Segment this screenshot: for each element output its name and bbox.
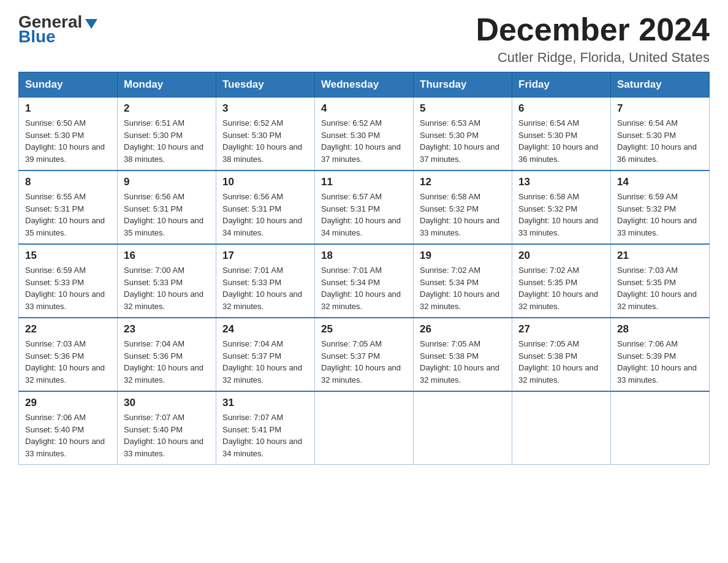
day-number: 13 — [518, 176, 604, 188]
day-number: 31 — [222, 397, 308, 409]
calendar-cell: 23Sunrise: 7:04 AMSunset: 5:36 PMDayligh… — [118, 318, 216, 391]
calendar-cell: 24Sunrise: 7:04 AMSunset: 5:37 PMDayligh… — [216, 318, 315, 391]
day-number: 19 — [420, 250, 506, 262]
day-info: Sunrise: 6:54 AMSunset: 5:30 PMDaylight:… — [617, 117, 703, 165]
day-info: Sunrise: 7:06 AMSunset: 5:39 PMDaylight:… — [617, 338, 703, 386]
day-info: Sunrise: 6:58 AMSunset: 5:32 PMDaylight:… — [518, 191, 604, 239]
header-wednesday: Wednesday — [315, 72, 414, 98]
header-monday: Monday — [118, 72, 216, 98]
day-number: 7 — [617, 102, 703, 115]
day-number: 11 — [321, 176, 407, 188]
calendar-cell — [611, 391, 710, 465]
day-number: 14 — [617, 176, 703, 188]
day-info: Sunrise: 7:06 AMSunset: 5:40 PMDaylight:… — [25, 412, 111, 459]
day-info: Sunrise: 7:04 AMSunset: 5:36 PMDaylight:… — [124, 338, 210, 386]
day-info: Sunrise: 7:02 AMSunset: 5:35 PMDaylight:… — [518, 264, 604, 312]
day-info: Sunrise: 7:03 AMSunset: 5:35 PMDaylight:… — [617, 264, 703, 312]
calendar-week-row: 1Sunrise: 6:50 AMSunset: 5:30 PMDaylight… — [19, 98, 710, 171]
calendar-table: SundayMondayTuesdayWednesdayThursdayFrid… — [18, 72, 710, 465]
day-info: Sunrise: 6:54 AMSunset: 5:30 PMDaylight:… — [518, 117, 604, 165]
calendar-cell: 29Sunrise: 7:06 AMSunset: 5:40 PMDayligh… — [19, 391, 118, 465]
calendar-cell: 8Sunrise: 6:55 AMSunset: 5:31 PMDaylight… — [19, 170, 118, 244]
calendar-week-row: 22Sunrise: 7:03 AMSunset: 5:36 PMDayligh… — [19, 318, 710, 391]
day-number: 16 — [124, 250, 210, 262]
calendar-cell — [414, 391, 512, 465]
day-info: Sunrise: 7:07 AMSunset: 5:41 PMDaylight:… — [222, 412, 308, 459]
day-info: Sunrise: 6:57 AMSunset: 5:31 PMDaylight:… — [321, 191, 407, 239]
header-friday: Friday — [512, 72, 611, 98]
calendar-cell — [315, 391, 414, 465]
day-number: 18 — [321, 250, 407, 262]
day-number: 4 — [321, 102, 407, 115]
day-info: Sunrise: 7:05 AMSunset: 5:38 PMDaylight:… — [518, 338, 604, 386]
calendar-cell: 4Sunrise: 6:52 AMSunset: 5:30 PMDaylight… — [315, 98, 414, 171]
calendar-cell: 12Sunrise: 6:58 AMSunset: 5:32 PMDayligh… — [414, 170, 512, 244]
day-info: Sunrise: 7:05 AMSunset: 5:37 PMDaylight:… — [321, 338, 407, 386]
day-number: 10 — [222, 176, 308, 188]
logo: General Blue — [18, 12, 97, 47]
day-info: Sunrise: 7:02 AMSunset: 5:34 PMDaylight:… — [420, 264, 506, 312]
calendar-cell: 27Sunrise: 7:05 AMSunset: 5:38 PMDayligh… — [512, 318, 611, 391]
day-number: 8 — [25, 176, 111, 188]
day-info: Sunrise: 7:05 AMSunset: 5:38 PMDaylight:… — [420, 338, 506, 386]
header-sunday: Sunday — [19, 72, 118, 98]
day-number: 21 — [617, 250, 703, 262]
day-info: Sunrise: 7:01 AMSunset: 5:34 PMDaylight:… — [321, 264, 407, 312]
calendar-cell: 31Sunrise: 7:07 AMSunset: 5:41 PMDayligh… — [216, 391, 315, 465]
day-number: 22 — [25, 323, 111, 335]
calendar-cell: 17Sunrise: 7:01 AMSunset: 5:33 PMDayligh… — [216, 244, 315, 318]
calendar-cell: 9Sunrise: 6:56 AMSunset: 5:31 PMDaylight… — [118, 170, 216, 244]
calendar-cell — [512, 391, 611, 465]
day-info: Sunrise: 6:59 AMSunset: 5:33 PMDaylight:… — [25, 264, 111, 312]
day-number: 26 — [420, 323, 506, 335]
location-title: Cutler Ridge, Florida, United States — [476, 50, 710, 66]
day-info: Sunrise: 6:58 AMSunset: 5:32 PMDaylight:… — [420, 191, 506, 239]
calendar-cell: 22Sunrise: 7:03 AMSunset: 5:36 PMDayligh… — [19, 318, 118, 391]
calendar-cell: 21Sunrise: 7:03 AMSunset: 5:35 PMDayligh… — [611, 244, 710, 318]
calendar-cell: 7Sunrise: 6:54 AMSunset: 5:30 PMDaylight… — [611, 98, 710, 171]
day-number: 15 — [25, 250, 111, 262]
calendar-cell: 28Sunrise: 7:06 AMSunset: 5:39 PMDayligh… — [611, 318, 710, 391]
day-number: 29 — [25, 397, 111, 409]
day-number: 1 — [25, 102, 111, 115]
calendar-cell: 13Sunrise: 6:58 AMSunset: 5:32 PMDayligh… — [512, 170, 611, 244]
calendar-cell: 18Sunrise: 7:01 AMSunset: 5:34 PMDayligh… — [315, 244, 414, 318]
calendar-cell: 26Sunrise: 7:05 AMSunset: 5:38 PMDayligh… — [414, 318, 512, 391]
header-row: SundayMondayTuesdayWednesdayThursdayFrid… — [19, 72, 710, 98]
day-number: 20 — [518, 250, 604, 262]
page-header: General Blue December 2024 Cutler Ridge,… — [18, 12, 710, 66]
calendar-cell: 2Sunrise: 6:51 AMSunset: 5:30 PMDaylight… — [118, 98, 216, 171]
calendar-cell: 19Sunrise: 7:02 AMSunset: 5:34 PMDayligh… — [414, 244, 512, 318]
calendar-cell: 10Sunrise: 6:56 AMSunset: 5:31 PMDayligh… — [216, 170, 315, 244]
calendar-cell: 11Sunrise: 6:57 AMSunset: 5:31 PMDayligh… — [315, 170, 414, 244]
calendar-week-row: 15Sunrise: 6:59 AMSunset: 5:33 PMDayligh… — [19, 244, 710, 318]
day-info: Sunrise: 7:04 AMSunset: 5:37 PMDaylight:… — [222, 338, 308, 386]
calendar-cell: 20Sunrise: 7:02 AMSunset: 5:35 PMDayligh… — [512, 244, 611, 318]
day-number: 2 — [124, 102, 210, 115]
month-title: December 2024 — [476, 12, 710, 47]
day-number: 27 — [518, 323, 604, 335]
calendar-cell: 6Sunrise: 6:54 AMSunset: 5:30 PMDaylight… — [512, 98, 611, 171]
day-info: Sunrise: 6:50 AMSunset: 5:30 PMDaylight:… — [25, 117, 111, 165]
logo-blue-text: Blue — [18, 27, 56, 47]
calendar-cell: 5Sunrise: 6:53 AMSunset: 5:30 PMDaylight… — [414, 98, 512, 171]
calendar-cell: 16Sunrise: 7:00 AMSunset: 5:33 PMDayligh… — [118, 244, 216, 318]
day-number: 24 — [222, 323, 308, 335]
day-info: Sunrise: 6:56 AMSunset: 5:31 PMDaylight:… — [222, 191, 308, 239]
day-info: Sunrise: 6:53 AMSunset: 5:30 PMDaylight:… — [420, 117, 506, 165]
day-info: Sunrise: 6:56 AMSunset: 5:31 PMDaylight:… — [124, 191, 210, 239]
day-number: 12 — [420, 176, 506, 188]
day-info: Sunrise: 6:52 AMSunset: 5:30 PMDaylight:… — [222, 117, 308, 165]
header-tuesday: Tuesday — [216, 72, 315, 98]
day-info: Sunrise: 6:55 AMSunset: 5:31 PMDaylight:… — [25, 191, 111, 239]
day-number: 3 — [222, 102, 308, 115]
calendar-cell: 3Sunrise: 6:52 AMSunset: 5:30 PMDaylight… — [216, 98, 315, 171]
day-number: 25 — [321, 323, 407, 335]
calendar-cell: 1Sunrise: 6:50 AMSunset: 5:30 PMDaylight… — [19, 98, 118, 171]
header-thursday: Thursday — [414, 72, 512, 98]
day-info: Sunrise: 6:52 AMSunset: 5:30 PMDaylight:… — [321, 117, 407, 165]
day-number: 17 — [222, 250, 308, 262]
day-number: 30 — [124, 397, 210, 409]
day-number: 9 — [124, 176, 210, 188]
day-info: Sunrise: 7:03 AMSunset: 5:36 PMDaylight:… — [25, 338, 111, 386]
